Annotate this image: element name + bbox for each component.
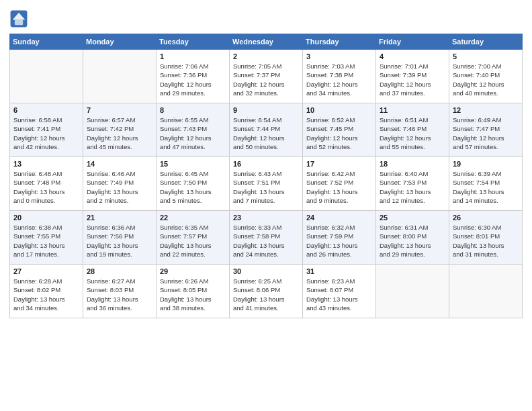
calendar-cell: 15Sunrise: 6:45 AM Sunset: 7:50 PM Dayli… [157,157,230,211]
day-info: Sunrise: 6:27 AM Sunset: 8:03 PM Dayligh… [87,277,152,312]
day-info: Sunrise: 6:42 AM Sunset: 7:52 PM Dayligh… [306,169,372,205]
day-number: 20 [13,214,79,222]
calendar-cell: 12Sunrise: 6:49 AM Sunset: 7:47 PM Dayli… [449,103,523,157]
day-number: 16 [233,160,299,168]
calendar-cell: 24Sunrise: 6:32 AM Sunset: 7:59 PM Dayli… [303,211,376,265]
calendar-cell: 13Sunrise: 6:48 AM Sunset: 7:48 PM Dayli… [10,157,83,211]
col-header-monday: Monday [83,34,157,50]
calendar-cell: 3Sunrise: 7:03 AM Sunset: 7:38 PM Daylig… [303,50,376,103]
calendar-cell: 4Sunrise: 7:01 AM Sunset: 7:39 PM Daylig… [376,50,449,103]
day-info: Sunrise: 7:06 AM Sunset: 7:36 PM Dayligh… [160,62,226,97]
day-info: Sunrise: 7:03 AM Sunset: 7:38 PM Dayligh… [306,62,372,97]
day-info: Sunrise: 6:58 AM Sunset: 7:41 PM Dayligh… [13,116,79,151]
calendar-cell: 27Sunrise: 6:28 AM Sunset: 8:02 PM Dayli… [10,265,83,318]
day-info: Sunrise: 6:55 AM Sunset: 7:43 PM Dayligh… [160,116,226,151]
calendar-cell: 5Sunrise: 7:00 AM Sunset: 7:40 PM Daylig… [449,50,523,103]
calendar-cell [83,50,157,103]
day-number: 19 [453,160,519,168]
calendar-cell [449,265,523,318]
day-number: 27 [13,267,79,275]
day-number: 23 [233,214,299,222]
calendar-header-row: SundayMondayTuesdayWednesdayThursdayFrid… [10,34,523,50]
day-number: 1 [160,52,226,60]
day-number: 26 [453,214,519,222]
day-info: Sunrise: 6:40 AM Sunset: 7:53 PM Dayligh… [380,169,445,205]
day-number: 9 [233,106,299,114]
calendar-week-3: 13Sunrise: 6:48 AM Sunset: 7:48 PM Dayli… [10,157,523,211]
day-info: Sunrise: 6:48 AM Sunset: 7:48 PM Dayligh… [13,169,79,205]
calendar-cell: 16Sunrise: 6:43 AM Sunset: 7:51 PM Dayli… [230,157,303,211]
calendar-cell: 17Sunrise: 6:42 AM Sunset: 7:52 PM Dayli… [303,157,376,211]
calendar-cell: 8Sunrise: 6:55 AM Sunset: 7:43 PM Daylig… [157,103,230,157]
day-info: Sunrise: 6:32 AM Sunset: 7:59 PM Dayligh… [306,223,372,259]
day-number: 21 [87,214,152,222]
calendar-table: SundayMondayTuesdayWednesdayThursdayFrid… [9,34,523,318]
header [9,7,523,28]
day-number: 30 [233,267,299,275]
calendar-week-2: 6Sunrise: 6:58 AM Sunset: 7:41 PM Daylig… [10,103,523,157]
day-info: Sunrise: 7:05 AM Sunset: 7:37 PM Dayligh… [233,62,299,97]
day-number: 15 [160,160,226,168]
calendar-cell: 2Sunrise: 7:05 AM Sunset: 7:37 PM Daylig… [230,50,303,103]
calendar-cell: 10Sunrise: 6:52 AM Sunset: 7:45 PM Dayli… [303,103,376,157]
day-info: Sunrise: 6:26 AM Sunset: 8:05 PM Dayligh… [160,277,226,312]
calendar-week-1: 1Sunrise: 7:06 AM Sunset: 7:36 PM Daylig… [10,50,523,103]
calendar-cell: 9Sunrise: 6:54 AM Sunset: 7:44 PM Daylig… [230,103,303,157]
calendar-cell: 22Sunrise: 6:35 AM Sunset: 7:57 PM Dayli… [157,211,230,265]
day-number: 22 [160,214,226,222]
col-header-sunday: Sunday [10,34,83,50]
calendar-cell: 21Sunrise: 6:36 AM Sunset: 7:56 PM Dayli… [83,211,157,265]
day-info: Sunrise: 6:30 AM Sunset: 8:01 PM Dayligh… [453,223,519,259]
calendar-cell: 26Sunrise: 6:30 AM Sunset: 8:01 PM Dayli… [449,211,523,265]
day-info: Sunrise: 6:52 AM Sunset: 7:45 PM Dayligh… [306,116,372,151]
col-header-saturday: Saturday [449,34,523,50]
col-header-thursday: Thursday [303,34,376,50]
day-number: 29 [160,267,226,275]
calendar-cell: 23Sunrise: 6:33 AM Sunset: 7:58 PM Dayli… [230,211,303,265]
calendar-cell: 1Sunrise: 7:06 AM Sunset: 7:36 PM Daylig… [157,50,230,103]
day-info: Sunrise: 6:51 AM Sunset: 7:46 PM Dayligh… [380,116,445,151]
day-number: 5 [453,52,519,60]
calendar-cell: 18Sunrise: 6:40 AM Sunset: 7:53 PM Dayli… [376,157,449,211]
day-number: 6 [13,106,79,114]
day-number: 13 [13,160,79,168]
day-number: 3 [306,52,372,60]
calendar-cell [10,50,83,103]
day-number: 24 [306,214,372,222]
day-number: 17 [306,160,372,168]
calendar-cell: 6Sunrise: 6:58 AM Sunset: 7:41 PM Daylig… [10,103,83,157]
day-number: 14 [87,160,152,168]
calendar-cell: 31Sunrise: 6:23 AM Sunset: 8:07 PM Dayli… [303,265,376,318]
day-number: 2 [233,52,299,60]
calendar-cell: 30Sunrise: 6:25 AM Sunset: 8:06 PM Dayli… [230,265,303,318]
day-number: 8 [160,106,226,114]
calendar-cell: 19Sunrise: 6:39 AM Sunset: 7:54 PM Dayli… [449,157,523,211]
day-info: Sunrise: 6:28 AM Sunset: 8:02 PM Dayligh… [13,277,79,312]
col-header-friday: Friday [376,34,449,50]
day-info: Sunrise: 6:54 AM Sunset: 7:44 PM Dayligh… [233,116,299,151]
day-number: 31 [306,267,372,275]
day-number: 12 [453,106,519,114]
day-info: Sunrise: 6:38 AM Sunset: 7:55 PM Dayligh… [13,223,79,259]
logo-icon [9,9,28,28]
calendar-week-5: 27Sunrise: 6:28 AM Sunset: 8:02 PM Dayli… [10,265,523,318]
calendar-week-4: 20Sunrise: 6:38 AM Sunset: 7:55 PM Dayli… [10,211,523,265]
calendar-cell: 20Sunrise: 6:38 AM Sunset: 7:55 PM Dayli… [10,211,83,265]
svg-rect-2 [15,20,23,26]
day-info: Sunrise: 6:33 AM Sunset: 7:58 PM Dayligh… [233,223,299,259]
day-number: 18 [380,160,445,168]
calendar-cell: 11Sunrise: 6:51 AM Sunset: 7:46 PM Dayli… [376,103,449,157]
day-number: 25 [380,214,445,222]
day-info: Sunrise: 6:23 AM Sunset: 8:07 PM Dayligh… [306,277,372,312]
day-info: Sunrise: 6:49 AM Sunset: 7:47 PM Dayligh… [453,116,519,151]
day-info: Sunrise: 6:36 AM Sunset: 7:56 PM Dayligh… [87,223,152,259]
day-info: Sunrise: 6:46 AM Sunset: 7:49 PM Dayligh… [87,169,152,205]
calendar-cell: 7Sunrise: 6:57 AM Sunset: 7:42 PM Daylig… [83,103,157,157]
day-number: 4 [380,52,445,60]
day-number: 7 [87,106,152,114]
day-info: Sunrise: 6:39 AM Sunset: 7:54 PM Dayligh… [453,169,519,205]
day-info: Sunrise: 7:01 AM Sunset: 7:39 PM Dayligh… [380,62,445,97]
logo [9,9,31,28]
day-info: Sunrise: 6:31 AM Sunset: 8:00 PM Dayligh… [380,223,445,259]
calendar-page: SundayMondayTuesdayWednesdayThursdayFrid… [0,0,532,411]
